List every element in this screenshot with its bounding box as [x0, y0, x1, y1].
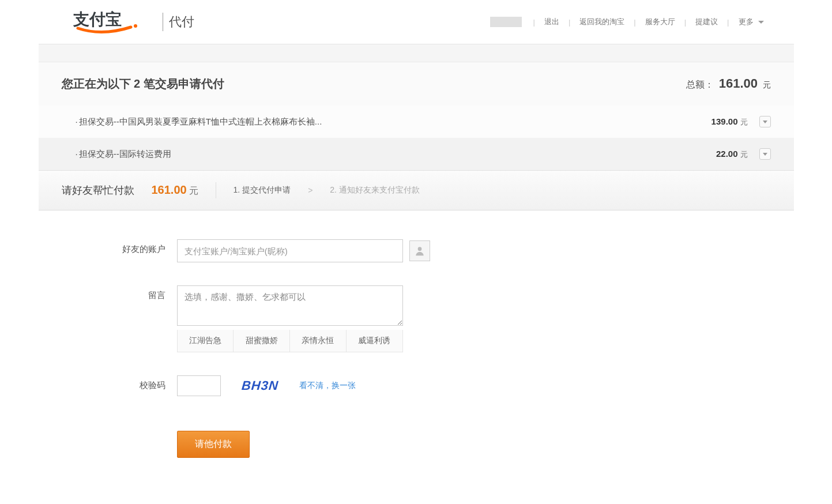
logo-subtitle: 代付 — [169, 13, 194, 31]
step-amount-unit: 元 — [189, 186, 198, 195]
preset-sweet[interactable]: 甜蜜撒娇 — [234, 330, 290, 352]
step-bar: 请好友帮忙付款 161.00 元 1. 提交代付申请 > 2. 通知好友来支付宝… — [39, 170, 794, 210]
header-nav: | 退出 | 返回我的淘宝 | 服务大厅 | 提建议 | 更多 — [490, 17, 766, 27]
transaction-row: 担保交易--中国风男装夏季亚麻料T恤中式连帽上衣棉麻布长袖... 139.00元 — [39, 106, 794, 138]
title-row: 您正在为以下 2 笔交易申请代付 总额： 161.00 元 — [39, 62, 794, 106]
nav-back-taobao[interactable]: 返回我的淘宝 — [577, 17, 627, 27]
nav-service[interactable]: 服务大厅 — [643, 17, 677, 27]
form-row-account: 好友的账户 — [62, 239, 771, 262]
preset-pressure[interactable]: 威逼利诱 — [347, 330, 402, 352]
transaction-row: 担保交易--国际转运费用 22.00元 — [39, 138, 794, 170]
preset-family[interactable]: 亲情永恒 — [290, 330, 347, 352]
form-row-captcha: 校验码 BH3N 看不清，换一张 — [62, 375, 771, 396]
captcha-refresh-link[interactable]: 看不清，换一张 — [299, 381, 356, 391]
contact-picker-button[interactable] — [409, 240, 430, 261]
transaction-price: 22.00元 — [716, 149, 748, 160]
form-row-message: 留言 江湖告急 甜蜜撒娇 亲情永恒 威逼利诱 — [62, 285, 771, 352]
page-title: 您正在为以下 2 笔交易申请代付 — [62, 76, 224, 92]
title-suffix: 笔交易申请代付 — [140, 77, 224, 90]
nav-more-label: 更多 — [739, 17, 754, 27]
total-label: 总额： — [686, 80, 714, 89]
captcha-input[interactable] — [177, 375, 221, 396]
transaction-price: 139.00元 — [711, 116, 748, 127]
nav-separator: | — [634, 18, 635, 27]
total-unit: 元 — [763, 80, 771, 89]
total-amount: 总额： 161.00 元 — [686, 76, 770, 91]
header: 支付宝 代付 | 退出 | 返回我的淘宝 | 服务大厅 | 提建议 | 更多 — [39, 0, 794, 44]
divider — [216, 182, 216, 198]
title-prefix: 您正在为以下 — [62, 77, 134, 90]
transaction-name: 担保交易--国际转运费用 — [76, 149, 171, 160]
alipay-logo-icon: 支付宝 — [73, 9, 157, 35]
nav-more[interactable]: 更多 — [736, 17, 766, 27]
title-count: 2 — [134, 77, 140, 90]
step-label: 请好友帮忙付款 — [62, 183, 134, 197]
message-textarea[interactable] — [177, 285, 403, 326]
expand-toggle[interactable] — [759, 148, 771, 160]
chevron-down-icon — [758, 21, 764, 24]
form-area: 好友的账户 留言 江湖告急 甜蜜撒娇 — [39, 210, 794, 492]
nav-separator: | — [533, 18, 535, 27]
svg-point-1 — [134, 24, 137, 28]
preset-urgent[interactable]: 江湖告急 — [178, 330, 234, 352]
total-value: 161.00 — [719, 76, 758, 91]
svg-text:支付宝: 支付宝 — [73, 10, 122, 28]
nav-logout[interactable]: 退出 — [542, 17, 562, 27]
nav-feedback[interactable]: 提建议 — [693, 17, 720, 27]
step-1: 1. 提交代付申请 — [234, 185, 291, 195]
step-2: 2. 通知好友来支付宝付款 — [330, 185, 420, 195]
nav-separator: | — [569, 18, 570, 27]
captcha-image: BH3N — [228, 377, 292, 395]
message-label: 留言 — [62, 285, 177, 301]
account-input[interactable] — [177, 239, 403, 262]
expand-toggle[interactable] — [759, 116, 771, 127]
logo[interactable]: 支付宝 代付 — [73, 9, 194, 35]
svg-point-2 — [418, 247, 422, 251]
transaction-name: 担保交易--中国风男装夏季亚麻料T恤中式连帽上衣棉麻布长袖... — [76, 116, 322, 127]
logo-divider — [163, 13, 163, 31]
step-arrow-icon: > — [308, 186, 313, 195]
captcha-label: 校验码 — [62, 375, 177, 391]
nav-separator: | — [727, 18, 729, 27]
user-placeholder — [490, 17, 522, 27]
step-amount: 161.00 — [152, 183, 187, 196]
message-presets: 江湖告急 甜蜜撒娇 亲情永恒 威逼利诱 — [177, 330, 403, 352]
submit-button[interactable]: 请他付款 — [177, 431, 250, 458]
nav-separator: | — [684, 18, 686, 27]
person-icon — [414, 245, 426, 257]
account-label: 好友的账户 — [62, 239, 177, 255]
main-panel: 您正在为以下 2 笔交易申请代付 总额： 161.00 元 担保交易--中国风男… — [39, 44, 794, 492]
